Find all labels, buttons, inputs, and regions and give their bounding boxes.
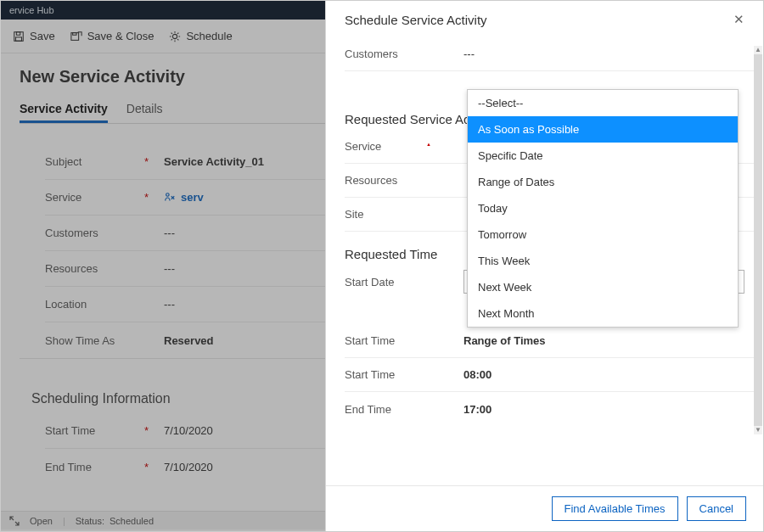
dropdown-option[interactable]: Next Month [468, 300, 738, 327]
panel-label-start-date: Start Date [345, 276, 463, 288]
scroll-track[interactable] [754, 54, 762, 426]
panel-label-time-range: Start Time [345, 334, 463, 347]
dropdown-placeholder[interactable]: --Select-- [468, 90, 738, 116]
panel-label-site: Site [345, 208, 463, 221]
dropdown-option[interactable]: Next Week [468, 274, 738, 300]
scroll-down-icon[interactable]: ▼ [754, 426, 762, 434]
panel-scrollbar[interactable]: ▲ ▼ [754, 46, 762, 434]
modal-dim [1, 1, 327, 531]
panel-label-customers: Customers [345, 48, 463, 60]
panel-label-end-time: End Time [345, 403, 463, 416]
panel-label-start-time: Start Time [345, 368, 463, 381]
panel-value-start-time[interactable]: 08:00 [463, 368, 492, 381]
panel-header: Schedule Service Activity ✕ [326, 1, 763, 32]
panel-label-resources: Resources [345, 174, 463, 187]
dropdown-option[interactable]: Specific Date [468, 143, 738, 169]
start-date-dropdown-list[interactable]: --Select-- As Soon as Possible Specific … [467, 89, 739, 328]
panel-row-end-time: End Time 17:00 [345, 392, 758, 426]
panel-value-time-range[interactable]: Range of Times [463, 334, 546, 347]
dropdown-option[interactable]: Tomorrow [468, 221, 738, 248]
panel-label-service: Service [345, 140, 463, 153]
scroll-up-icon[interactable]: ▲ [754, 46, 762, 54]
panel-row-customers: Customers --- [345, 37, 758, 71]
panel-footer: Find Available Times Cancel [326, 485, 763, 531]
panel-value-customers[interactable]: --- [463, 48, 475, 60]
dropdown-option[interactable]: This Week [468, 248, 738, 274]
panel-row-start-time: Start Time 08:00 [345, 358, 758, 392]
panel-title: Schedule Service Activity [345, 13, 487, 27]
dropdown-option[interactable]: Today [468, 195, 738, 221]
panel-row-time-range: Start Time Range of Times [345, 324, 758, 358]
close-icon[interactable]: ✕ [733, 13, 744, 25]
find-times-button[interactable]: Find Available Times [552, 496, 678, 521]
panel-value-end-time[interactable]: 17:00 [463, 403, 492, 416]
dropdown-option[interactable]: As Soon as Possible [468, 116, 738, 143]
dropdown-option[interactable]: Range of Dates [468, 169, 738, 195]
cancel-button[interactable]: Cancel [687, 496, 746, 521]
